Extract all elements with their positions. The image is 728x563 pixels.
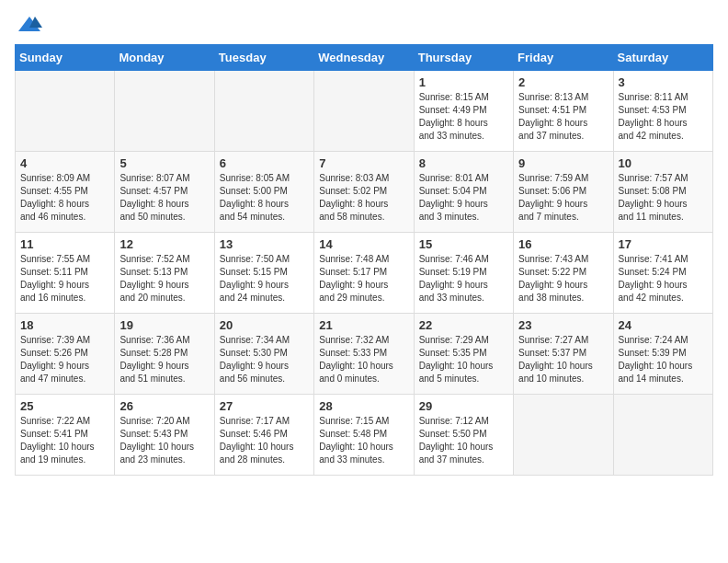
day-number: 16 xyxy=(518,237,608,251)
day-info: Sunrise: 7:48 AM Sunset: 5:17 PM Dayligh… xyxy=(319,253,408,304)
day-number: 4 xyxy=(20,156,109,170)
day-number: 3 xyxy=(619,75,708,89)
calendar-cell: 24Sunrise: 7:24 AM Sunset: 5:39 PM Dayli… xyxy=(613,314,712,395)
day-number: 25 xyxy=(20,399,109,413)
day-info: Sunrise: 7:32 AM Sunset: 5:33 PM Dayligh… xyxy=(319,334,408,385)
day-number: 1 xyxy=(419,75,508,89)
day-info: Sunrise: 8:13 AM Sunset: 4:51 PM Dayligh… xyxy=(518,91,608,143)
calendar-cell: 9Sunrise: 7:59 AM Sunset: 5:06 PM Daylig… xyxy=(514,152,613,233)
calendar-cell: 2Sunrise: 8:13 AM Sunset: 4:51 PM Daylig… xyxy=(514,71,613,152)
day-header-friday: Friday xyxy=(514,45,613,71)
calendar-cell: 17Sunrise: 7:41 AM Sunset: 5:24 PM Dayli… xyxy=(613,233,712,314)
day-info: Sunrise: 8:15 AM Sunset: 4:49 PM Dayligh… xyxy=(419,91,508,143)
calendar-cell: 18Sunrise: 7:39 AM Sunset: 5:26 PM Dayli… xyxy=(16,314,115,395)
day-number: 26 xyxy=(119,399,209,413)
day-number: 11 xyxy=(20,237,109,251)
day-info: Sunrise: 7:17 AM Sunset: 5:46 PM Dayligh… xyxy=(220,415,309,466)
day-info: Sunrise: 7:36 AM Sunset: 5:28 PM Dayligh… xyxy=(119,334,209,385)
day-info: Sunrise: 7:29 AM Sunset: 5:35 PM Dayligh… xyxy=(419,334,508,385)
day-info: Sunrise: 8:11 AM Sunset: 4:53 PM Dayligh… xyxy=(619,91,708,143)
calendar-cell xyxy=(613,395,712,476)
calendar-cell: 27Sunrise: 7:17 AM Sunset: 5:46 PM Dayli… xyxy=(214,395,313,476)
day-number: 9 xyxy=(518,156,608,170)
calendar-cell xyxy=(214,71,313,152)
day-number: 19 xyxy=(119,318,209,332)
calendar-cell: 19Sunrise: 7:36 AM Sunset: 5:28 PM Dayli… xyxy=(115,314,214,395)
day-number: 8 xyxy=(419,156,508,170)
day-header-sunday: Sunday xyxy=(16,45,115,71)
calendar-cell: 15Sunrise: 7:46 AM Sunset: 5:19 PM Dayli… xyxy=(414,233,513,314)
day-number: 13 xyxy=(220,237,309,251)
day-header-wednesday: Wednesday xyxy=(314,45,414,71)
calendar-week-4: 18Sunrise: 7:39 AM Sunset: 5:26 PM Dayli… xyxy=(16,314,713,395)
day-info: Sunrise: 7:34 AM Sunset: 5:30 PM Dayligh… xyxy=(220,334,309,385)
calendar-cell xyxy=(314,71,414,152)
calendar-week-5: 25Sunrise: 7:22 AM Sunset: 5:41 PM Dayli… xyxy=(16,395,713,476)
day-number: 24 xyxy=(619,318,708,332)
calendar-cell: 22Sunrise: 7:29 AM Sunset: 5:35 PM Dayli… xyxy=(414,314,513,395)
day-number: 14 xyxy=(319,237,408,251)
page-header xyxy=(15,15,713,35)
day-info: Sunrise: 8:03 AM Sunset: 5:02 PM Dayligh… xyxy=(319,172,408,224)
logo-icon xyxy=(17,15,42,35)
calendar-cell: 26Sunrise: 7:20 AM Sunset: 5:43 PM Dayli… xyxy=(115,395,214,476)
day-number: 7 xyxy=(319,156,408,170)
calendar-cell: 12Sunrise: 7:52 AM Sunset: 5:13 PM Dayli… xyxy=(115,233,214,314)
calendar-cell: 21Sunrise: 7:32 AM Sunset: 5:33 PM Dayli… xyxy=(314,314,414,395)
calendar-cell: 25Sunrise: 7:22 AM Sunset: 5:41 PM Dayli… xyxy=(16,395,115,476)
day-number: 28 xyxy=(319,399,408,413)
day-header-tuesday: Tuesday xyxy=(214,45,313,71)
day-info: Sunrise: 7:46 AM Sunset: 5:19 PM Dayligh… xyxy=(419,253,508,304)
day-info: Sunrise: 7:41 AM Sunset: 5:24 PM Dayligh… xyxy=(619,253,708,304)
day-info: Sunrise: 7:12 AM Sunset: 5:50 PM Dayligh… xyxy=(419,415,508,466)
day-number: 17 xyxy=(619,237,708,251)
day-number: 20 xyxy=(220,318,309,332)
day-info: Sunrise: 7:57 AM Sunset: 5:08 PM Dayligh… xyxy=(619,172,708,224)
day-info: Sunrise: 8:01 AM Sunset: 5:04 PM Dayligh… xyxy=(419,172,508,224)
day-header-monday: Monday xyxy=(115,45,214,71)
day-info: Sunrise: 8:05 AM Sunset: 5:00 PM Dayligh… xyxy=(220,172,309,224)
logo xyxy=(15,15,42,35)
day-info: Sunrise: 7:22 AM Sunset: 5:41 PM Dayligh… xyxy=(20,415,109,466)
day-number: 22 xyxy=(419,318,508,332)
day-number: 10 xyxy=(619,156,708,170)
day-info: Sunrise: 7:50 AM Sunset: 5:15 PM Dayligh… xyxy=(220,253,309,304)
calendar-table: SundayMondayTuesdayWednesdayThursdayFrid… xyxy=(15,44,713,476)
day-number: 29 xyxy=(419,399,508,413)
day-info: Sunrise: 7:59 AM Sunset: 5:06 PM Dayligh… xyxy=(518,172,608,224)
day-info: Sunrise: 7:15 AM Sunset: 5:48 PM Dayligh… xyxy=(319,415,408,466)
calendar-cell: 14Sunrise: 7:48 AM Sunset: 5:17 PM Dayli… xyxy=(314,233,414,314)
calendar-cell: 10Sunrise: 7:57 AM Sunset: 5:08 PM Dayli… xyxy=(613,152,712,233)
calendar-cell xyxy=(115,71,214,152)
day-info: Sunrise: 7:43 AM Sunset: 5:22 PM Dayligh… xyxy=(518,253,608,304)
calendar-cell: 6Sunrise: 8:05 AM Sunset: 5:00 PM Daylig… xyxy=(214,152,313,233)
calendar-week-2: 4Sunrise: 8:09 AM Sunset: 4:55 PM Daylig… xyxy=(16,152,713,233)
calendar-cell: 5Sunrise: 8:07 AM Sunset: 4:57 PM Daylig… xyxy=(115,152,214,233)
calendar-cell xyxy=(16,71,115,152)
day-info: Sunrise: 7:39 AM Sunset: 5:26 PM Dayligh… xyxy=(20,334,109,385)
calendar-cell: 28Sunrise: 7:15 AM Sunset: 5:48 PM Dayli… xyxy=(314,395,414,476)
day-info: Sunrise: 7:20 AM Sunset: 5:43 PM Dayligh… xyxy=(119,415,209,466)
calendar-cell: 11Sunrise: 7:55 AM Sunset: 5:11 PM Dayli… xyxy=(16,233,115,314)
calendar-cell: 13Sunrise: 7:50 AM Sunset: 5:15 PM Dayli… xyxy=(214,233,313,314)
day-info: Sunrise: 7:27 AM Sunset: 5:37 PM Dayligh… xyxy=(518,334,608,385)
day-info: Sunrise: 7:55 AM Sunset: 5:11 PM Dayligh… xyxy=(20,253,109,304)
calendar-cell: 23Sunrise: 7:27 AM Sunset: 5:37 PM Dayli… xyxy=(514,314,613,395)
day-number: 21 xyxy=(319,318,408,332)
calendar-cell: 7Sunrise: 8:03 AM Sunset: 5:02 PM Daylig… xyxy=(314,152,414,233)
day-number: 6 xyxy=(220,156,309,170)
calendar-cell: 16Sunrise: 7:43 AM Sunset: 5:22 PM Dayli… xyxy=(514,233,613,314)
day-info: Sunrise: 7:24 AM Sunset: 5:39 PM Dayligh… xyxy=(619,334,708,385)
day-info: Sunrise: 8:07 AM Sunset: 4:57 PM Dayligh… xyxy=(119,172,209,224)
calendar-cell: 20Sunrise: 7:34 AM Sunset: 5:30 PM Dayli… xyxy=(214,314,313,395)
day-info: Sunrise: 7:52 AM Sunset: 5:13 PM Dayligh… xyxy=(119,253,209,304)
calendar-header-row: SundayMondayTuesdayWednesdayThursdayFrid… xyxy=(16,45,713,71)
day-number: 2 xyxy=(518,75,608,89)
calendar-cell: 3Sunrise: 8:11 AM Sunset: 4:53 PM Daylig… xyxy=(613,71,712,152)
day-number: 15 xyxy=(419,237,508,251)
day-number: 5 xyxy=(119,156,209,170)
day-number: 12 xyxy=(119,237,209,251)
day-number: 23 xyxy=(518,318,608,332)
calendar-cell: 8Sunrise: 8:01 AM Sunset: 5:04 PM Daylig… xyxy=(414,152,513,233)
calendar-cell: 29Sunrise: 7:12 AM Sunset: 5:50 PM Dayli… xyxy=(414,395,513,476)
